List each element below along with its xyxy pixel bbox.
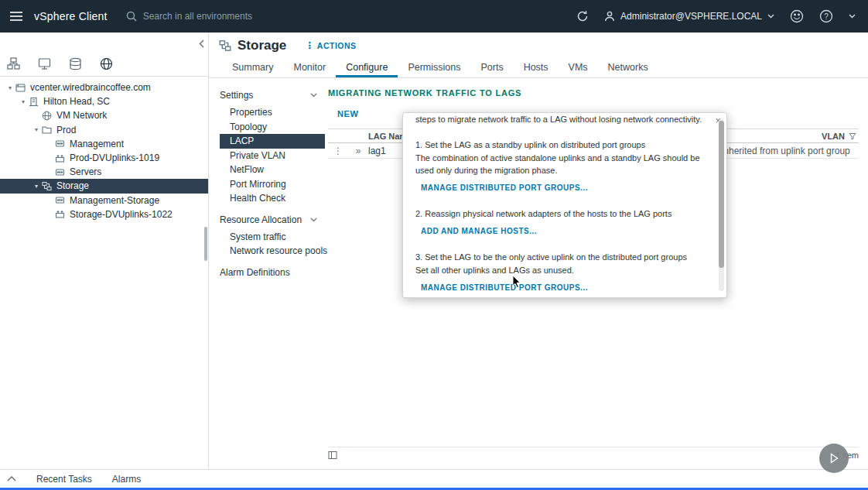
- portgroup-icon: [55, 195, 67, 205]
- nav-group-resource-allocation-header[interactable]: Resource Allocation: [220, 212, 325, 228]
- portgroup-icon: [55, 139, 67, 149]
- refresh-icon[interactable]: [576, 10, 589, 22]
- chevron-down-icon[interactable]: [849, 14, 856, 19]
- inventory-panel: ▾ vcenter.wiredbraincoffee.com ▾ Hilton …: [0, 33, 209, 469]
- recent-tasks-tab[interactable]: Recent Tasks: [36, 474, 92, 485]
- networking-inventory-icon[interactable]: [100, 57, 113, 70]
- mouse-cursor: [512, 275, 521, 289]
- tab-permissions[interactable]: Permissions: [398, 59, 470, 77]
- tab-hosts[interactable]: Hosts: [514, 59, 559, 77]
- tree-item-vm-network[interactable]: VM Network: [0, 108, 208, 122]
- filter-icon[interactable]: [849, 132, 856, 140]
- search-input[interactable]: [143, 11, 321, 22]
- actions-button[interactable]: ⋮ ACTIONS: [305, 41, 356, 50]
- column-header-vlan[interactable]: VLAN: [721, 132, 859, 141]
- manage-distributed-port-groups-link[interactable]: MANAGE DISTRIBUTED PORT GROUPS...: [421, 182, 716, 194]
- nav-group-settings-header[interactable]: Settings: [220, 87, 325, 103]
- tree-item-prod[interactable]: ▾ Prod: [0, 123, 208, 137]
- nav-item-private-vlan[interactable]: Private VLAN: [220, 149, 325, 163]
- ellipsis-icon: ⋮: [305, 42, 315, 50]
- svg-text:?: ?: [824, 12, 829, 21]
- tab-vms[interactable]: VMs: [559, 59, 598, 77]
- global-search[interactable]: [126, 11, 321, 22]
- nav-item-lacp[interactable]: LACP: [220, 134, 325, 149]
- popup-scrollbar-thumb[interactable]: [719, 121, 724, 268]
- vcenter-icon: [15, 83, 27, 93]
- chevron-up-icon[interactable]: [7, 476, 16, 481]
- nav-item-netflow[interactable]: NetFlow: [220, 163, 325, 177]
- storage-inventory-icon[interactable]: [69, 57, 82, 70]
- menu-icon[interactable]: [10, 12, 22, 21]
- object-tabs: Summary Monitor Configure Permissions Po…: [209, 59, 868, 78]
- vlan-cell: Inherited from uplink port group: [721, 146, 859, 156]
- nav-item-port-mirroring[interactable]: Port Mirroring: [220, 177, 325, 192]
- step-2-title: 2. Reassign physical network adapters of…: [415, 207, 716, 220]
- tree-scrollbar[interactable]: [204, 227, 207, 261]
- tab-configure[interactable]: Configure: [336, 59, 398, 77]
- nav-item-properties[interactable]: Properties: [220, 105, 325, 120]
- lag-migration-popup: steps to migrate network traffic to a LA…: [402, 112, 727, 298]
- nav-item-network-resource-pools[interactable]: Network resource pools: [220, 244, 325, 259]
- feedback-icon[interactable]: [790, 9, 804, 23]
- configure-nav: Settings Properties Topology LACP Privat…: [209, 78, 325, 469]
- caret-down-icon[interactable]: ▾: [18, 98, 29, 105]
- uplink-portgroup-icon: [55, 153, 67, 163]
- tab-networks[interactable]: Networks: [598, 59, 658, 77]
- nav-item-topology[interactable]: Topology: [220, 120, 325, 135]
- app-title: vSphere Client: [34, 10, 108, 22]
- top-bar: vSphere Client Administrator@VSPHERE.LOC…: [0, 0, 868, 33]
- row-expand-icon[interactable]: »: [348, 146, 368, 156]
- tree-item-management-storage[interactable]: Management-Storage: [0, 194, 208, 207]
- manage-distributed-port-groups-link-2[interactable]: MANAGE DISTRIBUTED PORT GROUPS...: [421, 282, 716, 294]
- nav-item-health-check[interactable]: Health Check: [220, 191, 325, 206]
- inventory-tree: ▾ vcenter.wiredbraincoffee.com ▾ Hilton …: [0, 77, 208, 221]
- add-and-manage-hosts-link[interactable]: ADD AND MANAGE HOSTS...: [421, 225, 716, 238]
- tree-item-servers[interactable]: Servers: [0, 165, 208, 179]
- tree-item-prod-dvuplinks[interactable]: Prod-DVUplinks-1019: [0, 151, 208, 165]
- uplink-portgroup-icon: [55, 209, 67, 219]
- step-3-description: Set all other uplinks and LAGs as unused…: [415, 264, 716, 276]
- recording-watermark: [819, 444, 849, 473]
- help-menu[interactable]: ?: [819, 9, 833, 23]
- row-menu-icon[interactable]: ⋮: [328, 146, 348, 156]
- nav-item-alarm-definitions[interactable]: Alarm Definitions: [220, 265, 325, 280]
- object-header: Storage ⋮ ACTIONS: [209, 33, 868, 59]
- step-3-title: 3. Set the LAG to be the only active upl…: [415, 251, 716, 263]
- tree-item-management[interactable]: Management: [0, 137, 208, 151]
- tab-summary[interactable]: Summary: [222, 59, 283, 77]
- page-title: Storage: [238, 38, 286, 53]
- collapse-panel-icon[interactable]: [199, 39, 204, 48]
- topbar-actions: Administrator@VSPHERE.LOCAL ?: [576, 9, 856, 23]
- tree-item-datacenter[interactable]: ▾ Hilton Head, SC: [0, 94, 208, 108]
- search-icon: [126, 11, 137, 22]
- new-lag-button[interactable]: NEW: [337, 109, 358, 118]
- step-1-description: The combination of active standalone upl…: [415, 152, 716, 176]
- tree-item-storage-dvuplinks[interactable]: Storage-DVUplinks-1022: [0, 207, 208, 221]
- caret-down-icon[interactable]: ▾: [5, 84, 15, 91]
- datacenter-icon: [29, 97, 40, 107]
- tab-monitor[interactable]: Monitor: [283, 59, 336, 77]
- nav-group-resource-allocation: Resource Allocation System traffic Netwo…: [220, 212, 325, 259]
- alarms-tab[interactable]: Alarms: [112, 474, 141, 485]
- user-name: Administrator@VSPHERE.LOCAL: [620, 11, 762, 22]
- nav-item-system-traffic[interactable]: System traffic: [220, 230, 325, 245]
- chevron-down-icon: [310, 93, 317, 98]
- chevron-down-icon: [310, 218, 317, 222]
- user-menu[interactable]: Administrator@VSPHERE.LOCAL: [604, 11, 774, 22]
- step-1-title: 1. Set the LAG as a standby uplink on di…: [415, 139, 716, 151]
- tree-item-storage[interactable]: ▾ Storage: [0, 179, 208, 193]
- tree-item-vcenter[interactable]: ▾ vcenter.wiredbraincoffee.com: [0, 81, 208, 94]
- column-selector-icon[interactable]: [328, 451, 337, 460]
- caret-down-icon[interactable]: ▾: [31, 126, 42, 133]
- popup-intro-text: steps to migrate network traffic to a LA…: [415, 113, 716, 125]
- user-icon: [604, 11, 615, 22]
- caret-down-icon[interactable]: ▾: [31, 183, 42, 190]
- section-title: MIGRATING NETWORK TRAFFIC TO LAGS: [328, 88, 859, 98]
- vms-templates-icon[interactable]: [38, 57, 51, 70]
- table-footer: 1 item: [328, 447, 859, 462]
- portgroup-icon: [55, 167, 67, 177]
- tab-ports[interactable]: Ports: [470, 59, 513, 77]
- dvswitch-icon: [219, 39, 231, 52]
- hosts-clusters-icon[interactable]: [7, 57, 20, 70]
- chevron-down-icon: [767, 14, 774, 19]
